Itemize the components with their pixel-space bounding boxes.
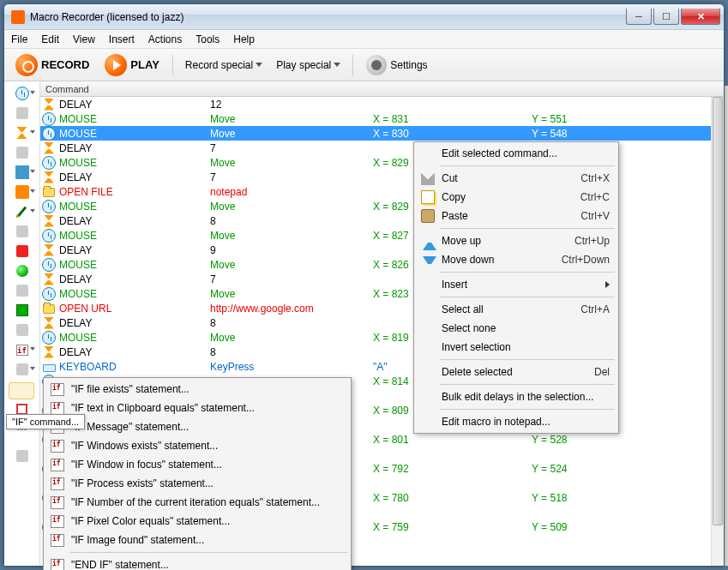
if-menu-item[interactable]: "IF Windows exists" statement... bbox=[45, 436, 349, 455]
menu-edit[interactable]: Edit bbox=[41, 33, 59, 45]
side-item[interactable] bbox=[8, 144, 37, 161]
table-row[interactable]: MOUSEMoveX = 831Y = 551 bbox=[40, 111, 711, 126]
side-if-button[interactable]: if bbox=[8, 341, 37, 358]
menu-file[interactable]: File bbox=[11, 33, 27, 45]
scrollbar-thumb[interactable] bbox=[713, 97, 723, 525]
side-green-button[interactable] bbox=[8, 302, 37, 319]
side-pencil-button[interactable] bbox=[8, 203, 37, 220]
cell-v2: X = 792 bbox=[373, 463, 532, 475]
cell-cmd: MOUSE bbox=[57, 157, 210, 169]
cell-v3: Y = 528 bbox=[532, 434, 711, 446]
pencil-icon bbox=[17, 207, 27, 218]
context-menu-item[interactable]: Delete selectedDel bbox=[416, 363, 617, 381]
maximize-button[interactable]: ☐ bbox=[653, 9, 679, 25]
play-special-dropdown[interactable]: Play special bbox=[271, 57, 346, 73]
if-tooltip: "IF" command... bbox=[6, 414, 85, 429]
side-item[interactable] bbox=[8, 223, 37, 240]
blue-icon bbox=[15, 165, 29, 179]
context-menu-item[interactable]: Select allCtrl+A bbox=[416, 300, 617, 319]
cell-cmd: MOUSE bbox=[57, 259, 210, 271]
menu-separator bbox=[440, 409, 615, 410]
if-menu-item[interactable]: "IF Number of the current iteration equa… bbox=[45, 493, 349, 512]
cell-cmd: MOUSE bbox=[57, 332, 210, 344]
context-menu-item[interactable]: CopyCtrl+C bbox=[416, 188, 617, 207]
cell-v3: Y = 548 bbox=[532, 128, 711, 140]
record-button[interactable]: RECORD bbox=[9, 51, 95, 79]
context-menu-item[interactable]: Move upCtrl+Up bbox=[416, 231, 617, 250]
context-menu-item[interactable]: Invert selection bbox=[416, 338, 617, 357]
side-clock-button[interactable] bbox=[8, 85, 37, 102]
settings-button[interactable]: Settings bbox=[360, 52, 433, 78]
generic-icon bbox=[16, 107, 28, 119]
context-menu-item[interactable]: Insert bbox=[416, 275, 617, 294]
if-menu-item[interactable]: "IF Message" statement... bbox=[45, 417, 349, 436]
cell-cmd: OPEN FILE bbox=[57, 186, 210, 198]
cell-v1: notepad bbox=[210, 186, 373, 198]
menu-actions[interactable]: Actions bbox=[148, 33, 182, 45]
table-row[interactable]: MOUSEMoveX = 830Y = 548 bbox=[40, 126, 711, 141]
if-submenu: "IF file exists" statement..."IF text in… bbox=[43, 377, 352, 570]
scrollbar[interactable] bbox=[711, 97, 724, 566]
if-icon: if bbox=[16, 345, 28, 356]
record-special-dropdown[interactable]: Record special bbox=[180, 57, 268, 73]
grid-header[interactable]: Command bbox=[40, 81, 724, 97]
menu-tools[interactable]: Tools bbox=[196, 33, 220, 45]
side-item[interactable] bbox=[8, 361, 37, 378]
cell-v1: http://www.google.com bbox=[210, 303, 373, 315]
play-button[interactable]: PLAY bbox=[99, 51, 165, 79]
context-menu-item[interactable]: PasteCtrl+V bbox=[416, 207, 617, 225]
cell-v1: Move bbox=[210, 157, 373, 169]
table-row[interactable]: DELAY12 bbox=[40, 97, 711, 111]
cell-cmd: MOUSE bbox=[57, 230, 210, 242]
generic-icon bbox=[16, 147, 28, 159]
cell-cmd: KEYBOARD bbox=[57, 361, 210, 373]
cell-cmd: DELAY bbox=[57, 215, 210, 227]
green-icon bbox=[16, 304, 28, 316]
cell-v1: Move bbox=[210, 259, 373, 271]
shortcut-text: Ctrl+X bbox=[581, 172, 610, 184]
cell-v1: 8 bbox=[210, 346, 373, 358]
side-item[interactable] bbox=[8, 164, 37, 181]
submenu-arrow-icon bbox=[605, 281, 610, 288]
shortcut-text: Ctrl+C bbox=[581, 191, 610, 203]
toolbar: RECORD PLAY Record special Play special … bbox=[4, 49, 724, 81]
if-menu-item[interactable]: "IF Pixel Color equals" statement... bbox=[45, 512, 349, 531]
arrow-up-icon bbox=[423, 237, 436, 250]
side-item[interactable] bbox=[8, 105, 37, 122]
row-icon bbox=[40, 200, 57, 213]
if-menu-item[interactable]: "IF Process exists" statement... bbox=[45, 474, 349, 493]
menu-insert[interactable]: Insert bbox=[109, 33, 135, 45]
menu-separator bbox=[440, 165, 615, 166]
context-menu-item[interactable]: Bulk edit delays in the selection... bbox=[416, 387, 617, 406]
context-menu-item[interactable]: Edit macro in notepad... bbox=[416, 412, 617, 431]
side-item[interactable] bbox=[8, 447, 37, 465]
side-item[interactable] bbox=[8, 282, 37, 299]
context-menu-item[interactable]: Move downCtrl+Down bbox=[416, 250, 617, 269]
cell-cmd: MOUSE bbox=[57, 288, 210, 300]
cell-v1: 8 bbox=[210, 215, 373, 227]
side-item[interactable] bbox=[8, 183, 37, 201]
close-button[interactable]: ✕ bbox=[681, 9, 720, 25]
side-stop-button[interactable] bbox=[8, 243, 37, 260]
row-icon bbox=[40, 171, 57, 183]
side-item[interactable] bbox=[8, 321, 37, 339]
context-menu-item[interactable]: Edit selected command... bbox=[416, 144, 617, 163]
if-menu-item[interactable]: "IF text in Clipboard equals" statement.… bbox=[45, 399, 349, 417]
side-globe-button[interactable] bbox=[8, 262, 37, 279]
side-hourglass-button[interactable] bbox=[8, 124, 37, 141]
context-menu-item[interactable]: CutCtrl+X bbox=[416, 169, 617, 188]
row-icon bbox=[40, 362, 57, 372]
cell-cmd: MOUSE bbox=[57, 113, 210, 125]
if-menu-item[interactable]: "END IF" statement... bbox=[45, 555, 349, 570]
paste-icon bbox=[421, 209, 435, 223]
if-menu-item[interactable]: "IF Image found" statement... bbox=[45, 531, 349, 549]
if-menu-item[interactable]: "IF Window in focus" statement... bbox=[45, 455, 349, 474]
menu-help[interactable]: Help bbox=[233, 33, 255, 45]
row-icon bbox=[40, 273, 57, 285]
menu-view[interactable]: View bbox=[73, 33, 95, 45]
if-menu-item[interactable]: "IF file exists" statement... bbox=[45, 380, 349, 399]
minimize-button[interactable]: ─ bbox=[626, 9, 652, 25]
row-icon bbox=[40, 186, 57, 197]
context-menu-item[interactable]: Select none bbox=[416, 319, 617, 338]
context-menu: Edit selected command...CutCtrl+XCopyCtr… bbox=[413, 141, 619, 434]
